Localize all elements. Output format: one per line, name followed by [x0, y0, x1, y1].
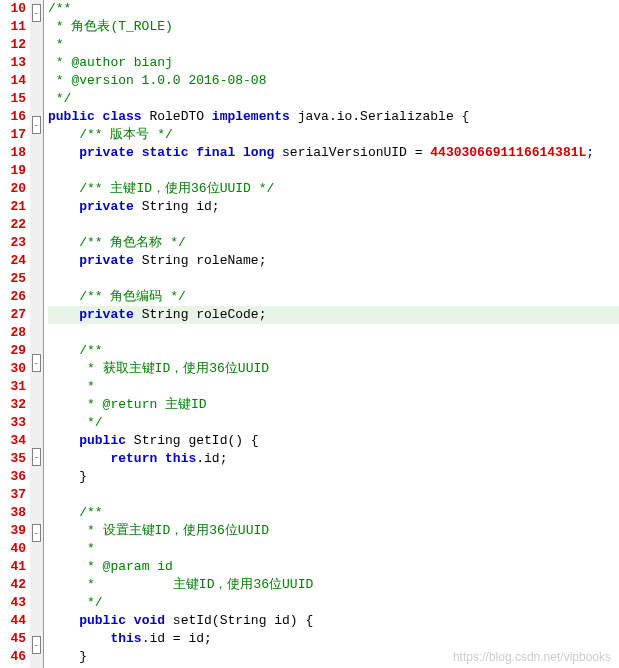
fold-cell [30, 206, 43, 224]
code-line[interactable]: return this.id; [48, 450, 619, 468]
fold-cell [30, 170, 43, 188]
line-number: 16 [0, 108, 26, 126]
code-line[interactable]: * @version 1.0.0 2016-08-08 [48, 72, 619, 90]
code-line[interactable]: * 主键ID，使用36位UUID [48, 576, 619, 594]
line-number: 22 [0, 216, 26, 234]
code-line[interactable]: } [48, 468, 619, 486]
fold-cell [30, 134, 43, 152]
line-number: 25 [0, 270, 26, 288]
fold-cell [30, 484, 43, 502]
fold-toggle-icon[interactable]: - [32, 636, 41, 654]
code-line[interactable]: this.id = id; [48, 630, 619, 648]
line-number: 21 [0, 198, 26, 216]
line-number: 40 [0, 540, 26, 558]
line-number: 24 [0, 252, 26, 270]
fold-cell[interactable]: - [30, 636, 43, 654]
fold-cell [30, 314, 43, 332]
fold-cell [30, 542, 43, 560]
code-line[interactable]: public String getId() { [48, 432, 619, 450]
code-line[interactable]: */ [48, 90, 619, 108]
fold-cell [30, 94, 43, 112]
line-number: 36 [0, 468, 26, 486]
fold-toggle-icon[interactable]: - [32, 4, 41, 22]
line-number: 18 [0, 144, 26, 162]
line-number: 43 [0, 594, 26, 612]
code-line[interactable] [48, 162, 619, 180]
line-number: 13 [0, 54, 26, 72]
code-area[interactable]: /** * 角色表(T_ROLE) * * @author bianj * @v… [44, 0, 619, 668]
line-number: 32 [0, 396, 26, 414]
fold-cell [30, 296, 43, 314]
code-line[interactable] [48, 324, 619, 342]
code-line[interactable]: /** [48, 504, 619, 522]
fold-toggle-icon[interactable]: - [32, 116, 41, 134]
fold-cell [30, 614, 43, 632]
line-number: 28 [0, 324, 26, 342]
line-number: 33 [0, 414, 26, 432]
fold-column: ------ [30, 0, 44, 668]
line-number: 34 [0, 432, 26, 450]
code-line[interactable]: * @return 主键ID [48, 396, 619, 414]
fold-cell[interactable]: - [30, 116, 43, 134]
code-line[interactable]: */ [48, 594, 619, 612]
code-line[interactable]: /** [48, 0, 619, 18]
code-line[interactable]: private String roleCode; [48, 306, 619, 324]
fold-cell [30, 152, 43, 170]
fold-cell [30, 40, 43, 58]
fold-cell [30, 654, 43, 668]
fold-cell[interactable]: - [30, 4, 43, 22]
fold-toggle-icon[interactable]: - [32, 448, 41, 466]
line-number: 31 [0, 378, 26, 396]
line-number: 29 [0, 342, 26, 360]
code-line[interactable] [48, 216, 619, 234]
fold-cell [30, 408, 43, 426]
code-line[interactable]: public class RoleDTO implements java.io.… [48, 108, 619, 126]
fold-toggle-icon[interactable]: - [32, 524, 41, 542]
code-line[interactable]: * 获取主键ID，使用36位UUID [48, 360, 619, 378]
code-line[interactable]: */ [48, 414, 619, 432]
fold-toggle-icon[interactable]: - [32, 354, 41, 372]
fold-cell [30, 224, 43, 242]
fold-cell [30, 372, 43, 390]
line-number: 41 [0, 558, 26, 576]
code-line[interactable]: private static final long serialVersionU… [48, 144, 619, 162]
line-number: 23 [0, 234, 26, 252]
line-number: 39 [0, 522, 26, 540]
code-line[interactable] [48, 486, 619, 504]
line-number: 42 [0, 576, 26, 594]
line-number: 11 [0, 18, 26, 36]
fold-cell [30, 596, 43, 614]
code-line[interactable]: * [48, 378, 619, 396]
code-line[interactable]: /** 角色名称 */ [48, 234, 619, 252]
line-number: 19 [0, 162, 26, 180]
code-line[interactable]: private String roleName; [48, 252, 619, 270]
code-line[interactable] [48, 270, 619, 288]
code-line[interactable]: * [48, 36, 619, 54]
code-line[interactable]: /** [48, 342, 619, 360]
code-line[interactable]: /** 版本号 */ [48, 126, 619, 144]
code-line[interactable]: * 设置主键ID，使用36位UUID [48, 522, 619, 540]
code-line[interactable]: * 角色表(T_ROLE) [48, 18, 619, 36]
code-line[interactable]: * @param id [48, 558, 619, 576]
code-line[interactable]: /** 主键ID，使用36位UUID */ [48, 180, 619, 198]
fold-cell[interactable]: - [30, 524, 43, 542]
code-line[interactable]: private String id; [48, 198, 619, 216]
fold-cell [30, 390, 43, 408]
fold-cell [30, 76, 43, 94]
line-number: 14 [0, 72, 26, 90]
fold-cell[interactable]: - [30, 354, 43, 372]
code-line[interactable]: /** 角色编码 */ [48, 288, 619, 306]
fold-cell [30, 188, 43, 206]
line-number-gutter: 1011121314151617181920212223242526272829… [0, 0, 30, 668]
code-line[interactable]: * [48, 540, 619, 558]
line-number: 30 [0, 360, 26, 378]
fold-cell[interactable]: - [30, 448, 43, 466]
code-line[interactable]: * @author bianj [48, 54, 619, 72]
fold-cell [30, 260, 43, 278]
line-number: 12 [0, 36, 26, 54]
line-number: 44 [0, 612, 26, 630]
fold-cell [30, 278, 43, 296]
code-line[interactable]: public void setId(String id) { [48, 612, 619, 630]
line-number: 17 [0, 126, 26, 144]
fold-cell [30, 502, 43, 520]
